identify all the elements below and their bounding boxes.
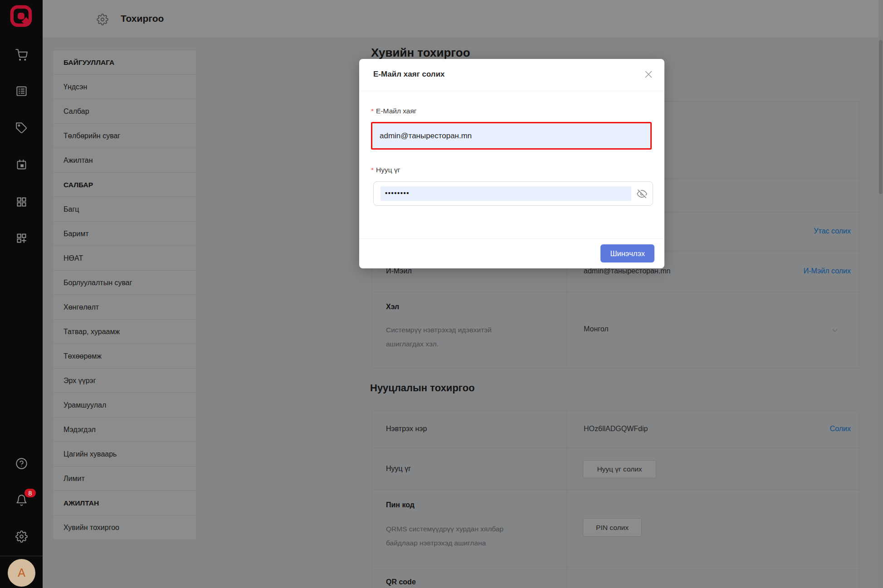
avatar[interactable]: A [8,559,35,587]
notifications-bell[interactable]: 8 [15,494,28,506]
calendar-icon[interactable] [15,159,28,171]
update-button[interactable]: Шинэчлэх [600,244,654,262]
gear-icon[interactable] [15,530,28,543]
modal-email-input[interactable]: admin@таныресторан.mn [371,122,652,150]
modal-footer: Шинэчлэх [359,238,664,268]
tag-icon[interactable] [15,122,28,134]
help-icon[interactable] [15,457,28,470]
app-rail: 8 A [0,0,43,588]
password-masked-value[interactable]: •••••••• [381,186,631,201]
orders-list-icon[interactable] [15,85,28,97]
apps-grid-icon[interactable] [15,196,28,208]
modal-password-input[interactable]: •••••••• [373,181,653,206]
modal-title: Е-Майл хаяг солих [373,70,445,79]
change-email-modal: Е-Майл хаяг солих *Е-Майл хаяг admin@тан… [359,59,664,268]
eye-slash-icon[interactable] [637,189,647,199]
modal-header: Е-Майл хаяг солих [359,59,664,91]
cart-icon[interactable] [15,49,28,61]
notification-badge: 8 [24,488,36,498]
modal-password-label: *Нууц үг [371,166,400,174]
rail-divider [0,556,43,556]
app-logo[interactable] [10,5,34,29]
close-icon[interactable] [644,69,654,79]
required-asterisk: * [371,166,374,174]
modal-email-label: *Е-Майл хаяг [371,107,417,115]
add-module-icon[interactable] [15,232,28,244]
required-asterisk: * [371,107,374,115]
app-window: Тохиргоо БАЙГУУЛЛАГА Үндсэн Салбар Төлбө… [0,0,883,588]
